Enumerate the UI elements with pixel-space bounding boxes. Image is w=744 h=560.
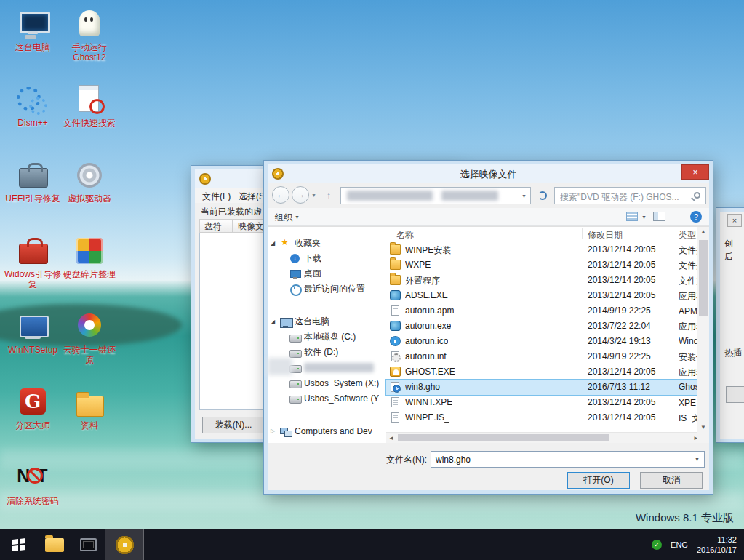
file-row-adsl-exe[interactable]: ADSL.EXE2013/12/14 20:05应用程: [386, 288, 701, 303]
desktop-icon-vdrive[interactable]: 虚拟驱动器: [61, 159, 118, 204]
open-file-dialog[interactable]: 选择映像文件 × ← → ▼ ↑ ▼ 搜索"DVD 驱动器 (F:) GHOS.…: [264, 161, 713, 494]
file-row-autorun-exe[interactable]: autorun.exe2013/7/22 22:04应用程: [386, 319, 701, 334]
gho-file-icon: [391, 382, 399, 392]
up-button[interactable]: ↑: [320, 188, 337, 204]
drive-icon: [289, 332, 301, 343]
desktop-icon-dism[interactable]: Dism++: [4, 83, 61, 128]
refresh-button[interactable]: [534, 187, 551, 204]
desktop-icon-winntsetup[interactable]: WinNTSetup: [4, 310, 61, 355]
recent-locations-caret-icon[interactable]: ▼: [311, 193, 316, 198]
file-search-icon: [73, 83, 106, 116]
tree-expanded-icon[interactable]: ◢: [271, 319, 280, 325]
tree-item-item[interactable]: 桌面: [268, 266, 383, 281]
organize-button[interactable]: 组织▼: [275, 212, 300, 224]
scrollbar-thumb[interactable]: [398, 434, 609, 441]
dialog-titlebar[interactable]: 选择映像文件 ×: [268, 164, 709, 183]
tree-item-usbos-system-x[interactable]: Usbos_System (X:): [268, 375, 383, 391]
tree-item-computers-and-dev[interactable]: ▷Computers and Dev: [268, 423, 383, 439]
file-name: GHOST.EXE: [405, 367, 455, 377]
file-name: win8.gho: [405, 382, 440, 392]
combobox-caret-icon[interactable]: ▼: [690, 452, 704, 467]
change-view-button[interactable]: [626, 212, 638, 221]
mount-button[interactable]: 装载(N)...: [202, 417, 265, 433]
desktop-icon-clear-pwd[interactable]: 清除系统密码: [4, 461, 61, 506]
desktop-icon-label: Widows引导修复: [4, 269, 61, 290]
back-button[interactable]: ←: [272, 186, 289, 204]
menu-select[interactable]: 选择(S: [239, 191, 265, 203]
column-drive-letter[interactable]: 盘符: [199, 219, 233, 233]
file-row-autorun-apm[interactable]: autorun.apm2014/9/19 22:25APM 文: [386, 303, 701, 319]
help-button[interactable]: ?: [690, 211, 702, 223]
language-indicator[interactable]: ENG: [671, 540, 688, 549]
tree-item-item[interactable]: ◢这台电脑: [268, 314, 383, 329]
vertical-scrollbar[interactable]: ▲ ▼: [697, 227, 709, 432]
partial-button[interactable]: [726, 386, 744, 403]
desktop-icon-label: Dism++: [4, 118, 61, 128]
close-icon[interactable]: ×: [727, 214, 742, 227]
tree-item-usbos-software-y[interactable]: Usbos_Software (Y: [268, 391, 383, 406]
desktop-icon-this-pc[interactable]: 这台电脑: [4, 7, 61, 52]
file-row-autorun-ico[interactable]: autorun.ico2014/3/24 19:13Windo: [386, 334, 701, 349]
desktop-icon-uefi-fix[interactable]: UEFI引导修复: [4, 159, 61, 204]
desktop-icon-ziliao[interactable]: 资料: [61, 385, 118, 431]
column-name[interactable]: 名称: [396, 229, 414, 241]
scroll-up-icon[interactable]: ▲: [697, 228, 709, 235]
taskbar-clock[interactable]: 11:32 2016/10/17: [697, 535, 737, 555]
tree-item-label: 收藏夹: [295, 237, 321, 249]
tree-expanded-icon[interactable]: ◢: [271, 240, 280, 247]
forward-button[interactable]: →: [292, 186, 309, 204]
file-row-wxpe[interactable]: WXPE2013/12/14 20:05文件夹: [386, 257, 701, 273]
cancel-button[interactable]: 取消: [640, 472, 703, 489]
drive-icon: [289, 348, 301, 358]
desktop-icon-yunqishi[interactable]: 云骑士一键还原: [61, 310, 118, 366]
file-row-autorun-inf[interactable]: autorun.inf2014/9/19 22:25安装信: [386, 349, 701, 364]
folder-tree: ◢收藏夹下载桌面最近访问的位置◢这台电脑本地磁盘 (C:)软件 (D:)Usbo…: [268, 227, 384, 443]
file-date-modified: 2013/12/14 20:05: [588, 397, 655, 407]
desktop-icon-win-boot-fix[interactable]: Widows引导修复: [4, 234, 61, 290]
scroll-down-icon[interactable]: ▼: [697, 424, 709, 431]
right-edge-window[interactable]: × 创 后 热插: [716, 208, 744, 442]
horizontal-scrollbar[interactable]: ◄ ►: [386, 432, 701, 443]
filename-combobox[interactable]: win8.gho ▼: [431, 451, 705, 468]
file-row-winnt-xpe[interactable]: WINNT.XPE2013/12/14 20:05XPE 文: [386, 395, 701, 410]
scrollbar-thumb[interactable]: [699, 240, 708, 316]
search-input[interactable]: 搜索"DVD 驱动器 (F:) GHOS...: [554, 187, 706, 204]
view-caret-icon[interactable]: ▼: [641, 215, 647, 220]
tree-item-item[interactable]: ◢收藏夹: [268, 236, 383, 251]
scroll-left-icon[interactable]: ◄: [388, 435, 394, 441]
tree-item-c[interactable]: 本地磁盘 (C:): [268, 329, 383, 345]
redacted-patch: [268, 358, 292, 375]
tree-item-item[interactable]: 最近访问的位置: [268, 281, 383, 297]
address-bar[interactable]: ▼: [340, 187, 531, 204]
open-button[interactable]: 打开(O): [567, 472, 630, 489]
taskbar-file-explorer[interactable]: [38, 529, 71, 560]
tray-status-icon[interactable]: ✓: [652, 540, 662, 550]
start-button[interactable]: [0, 529, 38, 560]
desktop-icon-fenqu[interactable]: 分区大师: [4, 385, 61, 431]
file-name: autorun.inf: [405, 351, 447, 361]
desktop-icon-ghost12[interactable]: 手动运行 Ghost12: [61, 7, 118, 63]
desktop-icon-file-search[interactable]: 文件快速搜索: [61, 83, 118, 128]
file-row-item[interactable]: 外置程序2013/12/14 20:05文件夹: [386, 273, 701, 288]
sea-foam: [0, 492, 744, 511]
close-button[interactable]: ×: [681, 164, 709, 180]
menu-file[interactable]: 文件(F): [202, 191, 231, 203]
win-boot-fix-icon: [16, 234, 49, 268]
address-dropdown-caret-icon[interactable]: ▼: [521, 193, 527, 199]
desktop-icon-defrag[interactable]: 硬盘碎片整理: [61, 234, 118, 279]
folder-file-icon: [390, 244, 401, 255]
file-row-winpe-is[interactable]: WINPE.IS_2013/12/14 20:05IS_文: [386, 410, 701, 425]
column-date-modified[interactable]: 修改日期: [588, 229, 623, 241]
tree-item-item[interactable]: 下载: [268, 251, 383, 266]
column-type[interactable]: 类型: [679, 229, 696, 241]
file-row-winpe[interactable]: WINPE安装2013/12/14 20:05文件夹: [386, 242, 701, 257]
ghost-file-icon: [390, 367, 401, 377]
tree-collapsed-icon[interactable]: ▷: [271, 428, 280, 434]
file-row-win8-gho[interactable]: win8.gho2016/7/13 11:12Ghost: [386, 380, 701, 395]
taskbar-chip-app[interactable]: [71, 529, 105, 560]
taskbar-active-app[interactable]: [105, 529, 144, 560]
preview-pane-button[interactable]: [653, 212, 665, 221]
star-icon: [280, 239, 292, 249]
windows-logo-icon: [12, 538, 25, 551]
file-row-ghost-exe[interactable]: GHOST.EXE2013/12/14 20:05应用程: [386, 364, 701, 380]
